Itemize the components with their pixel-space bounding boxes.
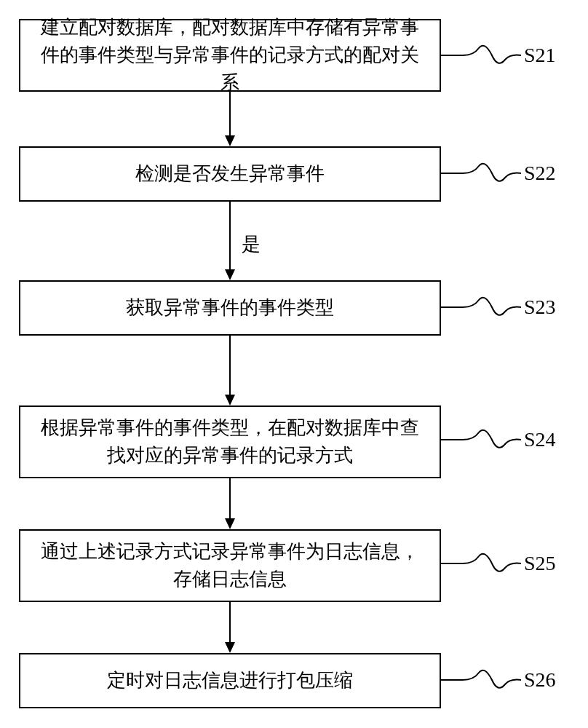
svg-marker-5 [225, 395, 235, 405]
step-box-s22: 检测是否发生异常事件 [19, 146, 441, 202]
step-box-s26: 定时对日志信息进行打包压缩 [19, 653, 441, 708]
tick-s25 [441, 550, 521, 577]
step-text: 建立配对数据库，配对数据库中存储有异常事件的事件类型与异常事件的记录方式的配对关… [32, 14, 428, 96]
step-box-s23: 获取异常事件的事件类型 [19, 280, 441, 336]
arrow-s24-s25 [223, 478, 237, 529]
tick-s22 [441, 160, 521, 186]
step-text: 通过上述记录方式记录异常事件为日志信息，存储日志信息 [32, 538, 428, 593]
step-label-s26: S26 [524, 668, 556, 692]
step-text: 检测是否发生异常事件 [135, 160, 325, 188]
step-label-s22: S22 [524, 162, 556, 185]
step-text: 根据异常事件的事件类型，在配对数据库中查找对应的异常事件的记录方式 [32, 414, 428, 469]
step-box-s25: 通过上述记录方式记录异常事件为日志信息，存储日志信息 [19, 529, 441, 602]
arrow-s22-s23 [223, 202, 237, 280]
step-box-s21: 建立配对数据库，配对数据库中存储有异常事件的事件类型与异常事件的记录方式的配对关… [19, 19, 441, 92]
step-label-s23: S23 [524, 296, 556, 319]
svg-marker-1 [225, 135, 235, 146]
tick-s21 [441, 42, 521, 68]
step-text: 定时对日志信息进行打包压缩 [107, 667, 353, 695]
svg-marker-3 [225, 269, 235, 280]
arrow-s21-s22 [223, 92, 237, 146]
arrow-s23-s24 [223, 336, 237, 405]
svg-marker-7 [225, 518, 235, 529]
edge-label-yes: 是 [242, 232, 261, 257]
arrow-s25-s26 [223, 602, 237, 653]
step-label-s25: S25 [524, 552, 556, 575]
tick-s24 [441, 427, 521, 453]
tick-s23 [441, 294, 521, 320]
step-label-s21: S21 [524, 44, 556, 67]
step-box-s24: 根据异常事件的事件类型，在配对数据库中查找对应的异常事件的记录方式 [19, 405, 441, 478]
step-label-s24: S24 [524, 428, 556, 451]
step-text: 获取异常事件的事件类型 [126, 294, 334, 322]
flowchart-canvas: 建立配对数据库，配对数据库中存储有异常事件的事件类型与异常事件的记录方式的配对关… [0, 0, 588, 728]
svg-marker-9 [225, 642, 235, 653]
tick-s26 [441, 667, 521, 693]
